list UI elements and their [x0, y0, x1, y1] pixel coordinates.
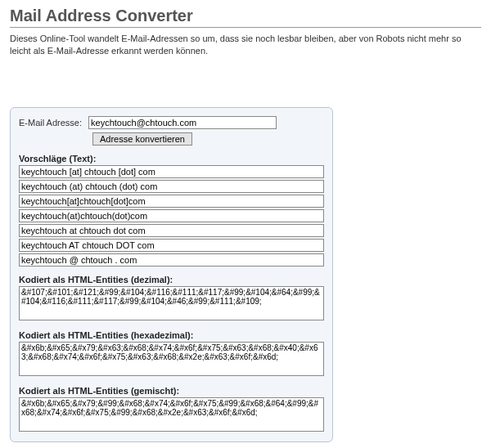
encoded-mixed-title: Kodiert als HTML-Entities (gemischt): — [19, 386, 324, 396]
suggestion-field[interactable] — [19, 195, 324, 208]
suggestion-field[interactable] — [19, 180, 324, 193]
convert-button[interactable]: Adresse konvertieren — [92, 132, 192, 146]
suggestion-field[interactable] — [19, 239, 324, 252]
email-row: E-Mail Adresse: — [19, 116, 324, 129]
encoded-decimal-field[interactable]: &#107;&#101;&#121;&#99;&#104;&#116;&#111… — [19, 286, 324, 320]
encoded-hex-field[interactable]: &#x6b;&#x65;&#x79;&#x63;&#x68;&#x74;&#x6… — [19, 342, 324, 376]
suggestion-field[interactable] — [19, 224, 324, 237]
convert-row: Adresse konvertieren — [19, 132, 324, 146]
encoded-hex-title: Kodiert als HTML-Entities (hexadezimal): — [19, 330, 324, 340]
page-title: Mail Address Converter — [10, 7, 481, 28]
converter-panel: E-Mail Adresse: Adresse konvertieren Vor… — [10, 107, 333, 442]
suggestion-field[interactable] — [19, 209, 324, 222]
encoded-mixed-field[interactable]: &#x6b;&#x65;&#x79;&#99;&#x68;&#x74;&#x6f… — [19, 397, 324, 432]
suggestions-title: Vorschläge (Text): — [19, 154, 324, 164]
suggestion-field[interactable] — [19, 253, 324, 267]
encoded-decimal-title: Kodiert als HTML-Entities (dezimal): — [19, 275, 324, 284]
email-label: E-Mail Adresse: — [19, 118, 82, 128]
email-input[interactable] — [88, 116, 277, 129]
intro-text: Dieses Online-Tool wandelt E-Mail-Adress… — [10, 33, 481, 58]
suggestion-field[interactable] — [19, 165, 324, 178]
